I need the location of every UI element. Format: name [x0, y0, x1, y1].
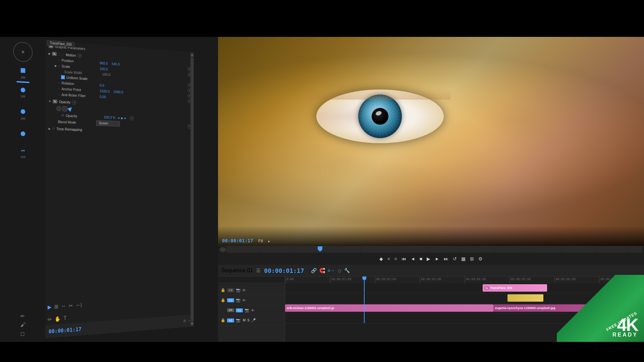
ruler-mark-2: 00:00:02:00 — [375, 277, 420, 283]
slider-1[interactable] — [16, 81, 30, 83]
opacity-value[interactable]: 100.0 % — [104, 115, 116, 120]
v3-camera-icon[interactable]: 📷 — [236, 288, 240, 292]
settings-btn[interactable]: ⚙ — [477, 255, 484, 262]
kf-prev-btn[interactable]: ◄ — [117, 116, 120, 120]
scale-value[interactable]: 100.0 — [100, 67, 108, 71]
tl-track-icon[interactable]: ≡→ — [328, 268, 335, 273]
opacity-label: Opacity — [59, 100, 70, 104]
rotation-value[interactable]: 0.0 — [100, 83, 104, 87]
position-y[interactable]: 540.0 — [112, 62, 120, 66]
preview-area: 00:00:01:17 Fit ▾ — [218, 37, 644, 246]
sequence-name: Sequence 01 — [221, 267, 253, 274]
v1-eye-icon[interactable]: 👁 — [251, 308, 255, 312]
op-reset[interactable]: ↺ — [130, 116, 134, 121]
v2-lock-icon[interactable]: 🔒 — [221, 298, 225, 302]
v3-lock-icon[interactable]: 🔒 — [221, 288, 225, 292]
kf-diamond[interactable]: ◆ — [121, 116, 123, 120]
v1-camera-icon[interactable]: 📷 — [245, 308, 249, 312]
track-headers: 🔒 V3 📷 👁 🔒 V2 📷 👁 — [218, 277, 285, 342]
add-marker-btn[interactable]: ◆ — [378, 255, 384, 262]
preview-controls: ◆ ⌗ ⌗ ⏮ ◄ ■ ▶ ► ⏭ ↺ ▦ ⊞ ⚙ — [218, 253, 644, 265]
anc-circle-icon: ○ — [58, 87, 60, 90]
text-tool-icon[interactable]: T — [63, 314, 67, 322]
preview-zoom-arrow[interactable]: ▾ — [268, 240, 270, 243]
transport-loop-icon[interactable]: ↺ — [183, 319, 186, 323]
slip-icon[interactable]: ↔| — [75, 301, 83, 309]
step-back-btn[interactable]: ◄ — [409, 255, 417, 262]
hand-tool-icon[interactable]: ✋ — [54, 315, 61, 323]
opacity-circle-icon[interactable] — [56, 106, 61, 111]
a1-s-label[interactable]: S — [247, 318, 250, 322]
v2-btn[interactable]: V2 — [227, 298, 234, 302]
scale-tri[interactable]: ▶ — [55, 64, 57, 67]
scale-width-value[interactable]: 100.0 — [102, 72, 110, 77]
tl-magnet-icon[interactable]: 🧲 — [319, 268, 325, 273]
uniform-scale-checkbox[interactable]: ✓ — [61, 75, 65, 79]
pen-tool-palette-icon[interactable]: ✏ — [47, 315, 52, 323]
blend-mode-dropdown[interactable]: Screen — [96, 120, 120, 127]
opacity-diamond-icon[interactable] — [67, 106, 73, 112]
skip-back-btn[interactable]: ⏮ — [400, 255, 408, 262]
a1-m-label[interactable]: M — [243, 318, 246, 322]
ripple-edit-icon[interactable]: ↔ — [60, 302, 67, 310]
v2-camera-icon[interactable]: 📷 — [236, 298, 240, 302]
in-point-btn[interactable]: ⌗ — [386, 255, 391, 262]
a1-btn[interactable]: A1 — [227, 318, 234, 322]
step-fwd-btn[interactable]: ► — [433, 255, 441, 262]
opacity-reset[interactable]: ↺ — [72, 100, 76, 105]
scroll-down-btn[interactable]: ▼ — [191, 322, 194, 325]
safe-margins-btn[interactable]: ▦ — [460, 255, 467, 262]
razor-icon[interactable]: ✂ — [68, 302, 73, 310]
v1-btn[interactable]: V1 — [236, 308, 243, 312]
circle-dial — [13, 41, 33, 63]
keyframe-nav: ◄ ◆ ► — [117, 116, 127, 120]
a1-mic-icon[interactable]: 🎤 — [251, 318, 256, 322]
sidebar-dots: ●● — [21, 148, 25, 152]
v3-eye-icon[interactable]: 👁 — [242, 288, 246, 292]
skip-fwd-btn[interactable]: ⏭ — [442, 255, 450, 262]
ruler-marker-icon: ○ — [219, 247, 226, 252]
tl-link-icon[interactable]: 🔗 — [311, 268, 317, 273]
ruler-mark-5: 00:00:05:00 — [509, 277, 554, 283]
stop-btn[interactable]: ■ — [418, 255, 424, 262]
sidebar-icons: 100 100 100 ●● 100 ✏ 🖌 ◻ — [0, 37, 45, 342]
motion-label: Motion — [66, 53, 76, 58]
track-select-icon[interactable]: ⊞ — [54, 303, 59, 310]
iris — [358, 95, 402, 138]
output-btn[interactable]: ⊞ — [469, 255, 475, 262]
position-x[interactable]: 960.0 — [100, 61, 108, 65]
yellow-clip[interactable] — [507, 294, 543, 302]
track-header-a1: 🔒 A1 📷 M S 🎤 — [218, 315, 285, 325]
loop-btn[interactable]: ↺ — [451, 255, 458, 262]
tl-hamburger-icon[interactable]: ☰ — [256, 268, 261, 273]
anchor-y[interactable]: 1080.0 — [113, 90, 123, 94]
out-point-btn[interactable]: ⌗ — [393, 255, 398, 262]
ruler-mark-3: 00:00:03:00 — [420, 277, 465, 283]
play-btn[interactable]: ▶ — [425, 255, 432, 262]
tl-wrench-icon[interactable]: 🔧 — [344, 268, 350, 273]
tl-marker-icon[interactable]: ◇ — [338, 268, 341, 273]
v2-eye-icon[interactable]: 👁 — [242, 298, 246, 302]
a1-speaker-icon[interactable]: 📷 — [236, 318, 240, 322]
scroll-up-btn[interactable]: ▲ — [191, 54, 194, 57]
anchor-x[interactable]: 1920.0 — [100, 89, 110, 93]
scroll-thumb[interactable] — [191, 58, 194, 321]
eraser-tool-icon[interactable]: ◻ — [20, 330, 25, 337]
opacity-square-icon[interactable] — [62, 106, 67, 111]
v3-btn[interactable]: V3 — [227, 288, 234, 292]
brush-tool-icon[interactable]: 🖌 — [20, 322, 25, 328]
pen-tool-icon[interactable]: ✏ — [20, 313, 25, 319]
scroll-track[interactable]: ▲ ▼ — [190, 52, 194, 326]
v1-sync-btn[interactable]: VP — [227, 308, 234, 312]
transflare-clip[interactable]: fx TransFlare_039 — [483, 284, 547, 292]
preview-zoom[interactable]: Fit — [258, 238, 263, 243]
select-tool-icon[interactable]: ▶ — [47, 303, 52, 311]
motion-reset-icon[interactable]: ↺ — [77, 53, 82, 58]
kf-next-btn[interactable]: ► — [124, 116, 127, 120]
a1-lock-icon[interactable]: 🔒 — [221, 318, 225, 322]
preview-timecode: 00:00:01:17 — [222, 238, 253, 243]
v1-clip1[interactable]: erik-mclean-1156091-unsplash.jp — [285, 304, 493, 312]
antiflicker-value[interactable]: 0.00 — [100, 95, 106, 99]
timeline-timecode[interactable]: 00:00:01:17 — [264, 267, 304, 274]
effects-controls: fx Graphic Parameters ▲ ▼ ▶ fx ⬚→ Motion — [45, 41, 194, 302]
